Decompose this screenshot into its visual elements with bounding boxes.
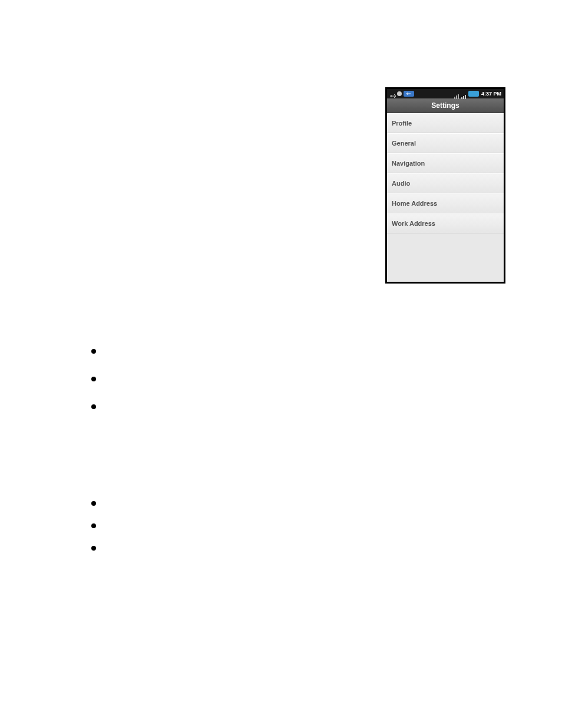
settings-item-label: Navigation <box>392 160 425 167</box>
bullet-block-1 <box>91 349 96 432</box>
settings-item-label: Home Address <box>392 200 437 207</box>
signal-icon <box>461 91 467 97</box>
svg-rect-1 <box>456 95 457 99</box>
settings-item-audio[interactable]: Audio <box>387 173 504 193</box>
phone-frame: 4:37 PM Settings Profile General Navigat… <box>385 87 505 284</box>
battery-icon <box>468 91 479 97</box>
status-left <box>389 91 414 97</box>
page-title: Settings <box>431 101 459 110</box>
settings-item-general[interactable]: General <box>387 133 504 153</box>
bullet-icon <box>91 349 96 354</box>
network-icon <box>454 91 460 97</box>
svg-rect-2 <box>458 94 459 99</box>
title-bar: Settings <box>387 98 504 113</box>
settings-item-label: Work Address <box>392 220 435 227</box>
settings-item-profile[interactable]: Profile <box>387 113 504 133</box>
bullet-icon <box>91 523 96 528</box>
settings-item-label: General <box>392 140 416 147</box>
bullet-icon <box>91 377 96 381</box>
bullet-icon <box>91 546 96 551</box>
settings-item-work-address[interactable]: Work Address <box>387 213 504 233</box>
disk-icon <box>397 91 402 96</box>
bullet-icon <box>91 501 96 506</box>
status-right: 4:37 PM <box>454 91 501 97</box>
back-badge-icon <box>404 91 414 97</box>
bullet-icon <box>91 404 96 409</box>
settings-item-label: Profile <box>392 120 412 127</box>
svg-rect-4 <box>463 96 464 99</box>
svg-rect-0 <box>454 97 455 99</box>
status-bar: 4:37 PM <box>387 89 504 98</box>
settings-item-label: Audio <box>392 180 410 187</box>
settings-item-navigation[interactable]: Navigation <box>387 153 504 173</box>
bullet-block-2 <box>91 501 96 568</box>
settings-item-home-address[interactable]: Home Address <box>387 193 504 213</box>
svg-rect-3 <box>461 97 462 99</box>
usb-icon <box>389 91 395 97</box>
status-time: 4:37 PM <box>481 91 501 97</box>
settings-list: Profile General Navigation Audio Home Ad… <box>387 113 504 233</box>
svg-rect-5 <box>465 95 466 99</box>
